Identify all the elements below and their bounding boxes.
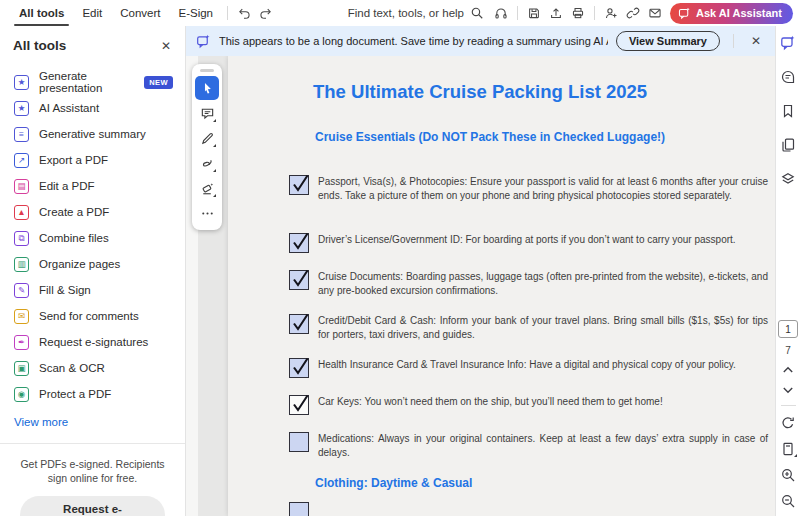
checkbox[interactable] (289, 395, 309, 415)
tool-list-item[interactable]: ★ AI Assistant (0, 95, 185, 121)
checkbox[interactable] (289, 314, 309, 334)
palette-drag-handle[interactable] (200, 69, 214, 72)
page-viewport: The Ultimate Cruise Packing List 2025 Cr… (186, 56, 775, 516)
rotate-page-button[interactable] (779, 414, 797, 432)
chevron-up-icon (780, 362, 796, 378)
checkbox[interactable] (289, 233, 309, 253)
tool-list-item[interactable]: ▲ Create a PDF (0, 199, 185, 225)
tool-icon: ▣ (14, 361, 29, 376)
draw-tool-button[interactable] (195, 151, 219, 175)
comment-icon (200, 106, 215, 121)
checkbox[interactable] (289, 175, 309, 195)
email-button[interactable] (644, 2, 666, 24)
stamp-tool-button[interactable] (195, 176, 219, 200)
ai-sparkle-bubble-icon (196, 34, 211, 49)
tool-list-item[interactable]: ↗ Export a PDF (0, 147, 185, 173)
next-page-button[interactable] (779, 384, 797, 396)
tool-list-item[interactable]: ✉ Send for comments (0, 303, 185, 329)
checkbox[interactable] (289, 502, 309, 516)
checkbox[interactable] (289, 358, 309, 378)
print-icon (571, 6, 585, 20)
highlight-pen-tool-button[interactable] (195, 126, 219, 150)
ai-assistant-panel-button[interactable] (779, 34, 797, 52)
print-button[interactable] (567, 2, 589, 24)
checklist-item: Credit/Debit Card & Cash: Inform your ba… (289, 314, 775, 341)
tool-icon: ▤ (14, 179, 29, 194)
tool-list-item[interactable]: ✒ Request e-signatures (0, 329, 185, 355)
comment-tool-button[interactable] (195, 101, 219, 125)
checklist-item: Passport, Visa(s), & Photocopies: Ensure… (289, 175, 775, 216)
undo-button[interactable] (233, 2, 255, 24)
tab-edit[interactable]: Edit (73, 0, 111, 26)
pdf-page: The Ultimate Cruise Packing List 2025 Cr… (228, 56, 775, 516)
find-box[interactable]: Find text, tools, or help (342, 6, 490, 20)
right-tools-rail: 1 7 (775, 26, 800, 516)
panel-close-button[interactable]: ✕ (161, 40, 171, 52)
tool-list-item[interactable]: ▥ Organize pages (0, 251, 185, 277)
find-placeholder: Find text, tools, or help (348, 7, 464, 19)
draw-squiggle-icon (200, 156, 215, 171)
tool-label: Generate presentation (39, 70, 134, 94)
tool-label: Create a PDF (39, 206, 109, 218)
all-tools-panel: All tools ✕ ★ Generate presentation NEW … (0, 26, 186, 516)
view-summary-button[interactable]: View Summary (616, 31, 720, 51)
tab-convert[interactable]: Convert (111, 0, 169, 26)
tool-list-item[interactable]: ✎ Fill & Sign (0, 277, 185, 303)
cloud-upload-icon (549, 6, 563, 20)
headphones-icon (494, 6, 508, 20)
envelope-icon (648, 6, 662, 20)
tools-list: ★ Generate presentation NEW ★ AI Assista… (0, 63, 185, 407)
chevron-down-icon (780, 382, 796, 398)
checkmark-icon (290, 357, 310, 377)
tool-list-item[interactable]: ◉ Protect a PDF (0, 381, 185, 407)
tool-list-item[interactable]: ≡ Generative summary (0, 121, 185, 147)
share-upload-button[interactable] (545, 2, 567, 24)
view-more-link[interactable]: View more (14, 416, 185, 428)
tool-icon: ✉ (14, 309, 29, 324)
redo-button[interactable] (255, 2, 277, 24)
add-user-icon (604, 6, 618, 20)
zoom-out-button[interactable] (779, 492, 797, 510)
checklist-item-text: Health Insurance Card & Travel Insurance… (318, 358, 768, 378)
save-button[interactable] (523, 2, 545, 24)
add-user-button[interactable] (600, 2, 622, 24)
tab-esign[interactable]: E-Sign (169, 0, 222, 26)
request-esignatures-button[interactable]: Request e-signatures (20, 496, 165, 516)
tool-list-item[interactable]: ★ Generate presentation NEW (0, 69, 185, 95)
page-number-input[interactable]: 1 (778, 320, 798, 338)
checklist-item: Cruise Documents: Boarding passes, lugga… (289, 270, 775, 297)
bookmark-icon (780, 103, 796, 119)
toolbar-divider (594, 6, 595, 20)
tool-list-item[interactable]: ▣ Scan & OCR (0, 355, 185, 381)
zoom-in-button[interactable] (779, 466, 797, 484)
tool-list-item[interactable]: ▤ Edit a PDF (0, 173, 185, 199)
banner-close-button[interactable]: ✕ (747, 34, 765, 48)
tool-icon: ≡ (14, 127, 29, 142)
more-tools-button[interactable] (195, 201, 219, 225)
page-view-button[interactable] (779, 440, 797, 458)
checkbox[interactable] (289, 270, 309, 290)
comments-panel-button[interactable] (779, 68, 797, 86)
tool-label: Export a PDF (39, 154, 108, 166)
checkmark-icon (290, 313, 310, 333)
tool-label: Combine files (39, 232, 109, 244)
tool-label: Edit a PDF (39, 180, 95, 192)
layers-panel-button[interactable] (779, 170, 797, 188)
select-tool-button[interactable] (195, 76, 219, 100)
checklist-item: Health Insurance Card & Travel Insurance… (289, 358, 775, 378)
get-link-button[interactable] (622, 2, 644, 24)
tab-all-tools[interactable]: All tools (10, 0, 73, 26)
read-aloud-button[interactable] (490, 2, 512, 24)
checkbox[interactable] (289, 432, 309, 452)
section-heading-clothing: Clothing: Daytime & Casual (315, 476, 775, 491)
ask-ai-assistant-button[interactable]: Ask AI Assistant (670, 3, 793, 24)
bookmarks-panel-button[interactable] (779, 102, 797, 120)
previous-page-button[interactable] (779, 364, 797, 376)
tool-list-item[interactable]: ⧉ Combine files (0, 225, 185, 251)
tool-icon: ✎ (14, 283, 29, 298)
banner-message: This appears to be a long document. Save… (219, 35, 608, 47)
page-thumbnails-button[interactable] (779, 136, 797, 154)
quick-tools-palette (192, 64, 222, 230)
rail-divider (781, 405, 796, 406)
document-title: The Ultimate Cruise Packing List 2025 (313, 80, 775, 104)
